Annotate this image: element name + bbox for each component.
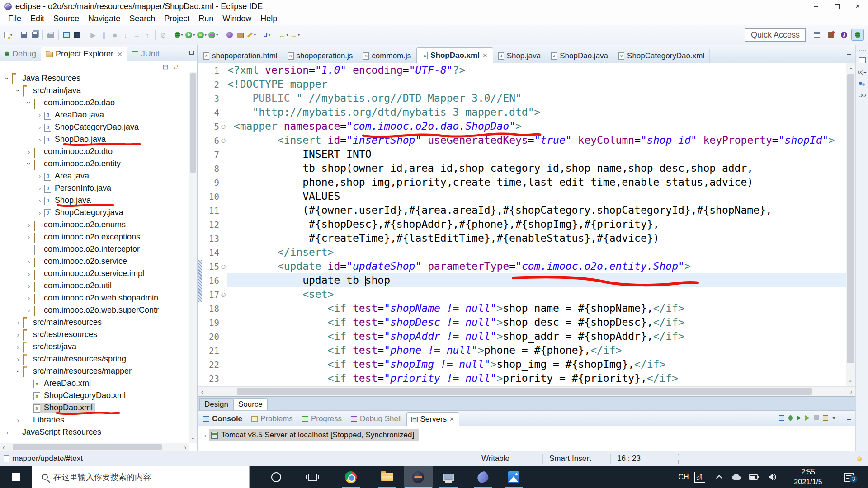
code-text[interactable]: <mapper namespace="com.imooc.o2o.dao.Sho…: [227, 119, 855, 133]
tree-item[interactable]: ›JPersonInfo.java: [0, 182, 189, 194]
code-text[interactable]: tb_shop(owner_id,area_id,shop_category_i…: [227, 161, 855, 175]
code-text[interactable]: <update id="updateShop" parameterType="c…: [227, 259, 855, 273]
start-server-profile-icon[interactable]: [805, 415, 810, 421]
code-text[interactable]: VALUES: [227, 189, 855, 203]
menu-run[interactable]: Run: [194, 14, 218, 24]
panel-maximize-button[interactable]: [189, 51, 194, 55]
tab-design[interactable]: Design: [199, 398, 233, 410]
tree-item[interactable]: ›JShop.java: [0, 194, 189, 206]
editor-scroll-right-icon[interactable]: ›: [848, 388, 855, 395]
tab-progress[interactable]: Progress: [297, 412, 346, 426]
fold-marker[interactable]: ⊖: [219, 291, 227, 298]
tree-item[interactable]: ›com.imooc.o2o.enums: [0, 219, 189, 231]
editor-maximize-button[interactable]: [847, 51, 851, 55]
maximize-button[interactable]: [826, 0, 847, 13]
step-over-button[interactable]: →: [131, 28, 142, 41]
tree-scroll-right-icon[interactable]: ›: [182, 444, 189, 451]
view-tab-junit[interactable]: JUnit: [127, 47, 164, 61]
tree-expanded-icon[interactable]: ›: [25, 160, 33, 168]
tree-item[interactable]: ›com.imooc.o2o.service.impl: [0, 267, 189, 280]
editor-scroll-down-icon[interactable]: ›: [847, 377, 854, 385]
tree-item[interactable]: ›src/main/resources/mapper: [0, 365, 189, 377]
editor-horizontal-scrollbar[interactable]: ‹ ›: [198, 386, 855, 396]
debug-button[interactable]: ▾: [174, 28, 184, 41]
code-text[interactable]: phone,shop_img,priority,create_time,last…: [227, 175, 855, 189]
code-text[interactable]: <set>: [227, 287, 855, 301]
onedrive-tray-button[interactable]: [729, 466, 744, 488]
new-java-element-button[interactable]: J▾: [262, 28, 273, 41]
close-icon[interactable]: ✕: [482, 52, 488, 59]
back-button[interactable]: ←▾: [278, 28, 289, 41]
tree-scroll-down-icon[interactable]: ›: [190, 435, 197, 442]
step-into-button[interactable]: ↓: [120, 28, 131, 41]
debug-perspective-button[interactable]: [851, 29, 864, 41]
editor-tab-shopcategorydao-xml[interactable]: xShopCategoryDao.xml: [613, 49, 710, 63]
code-text[interactable]: INSERT INTO: [227, 147, 855, 161]
profile-button[interactable]: ▾: [208, 28, 219, 41]
cortana-button[interactable]: [262, 466, 290, 488]
menu-navigate[interactable]: Navigate: [84, 14, 125, 24]
server-row-selection[interactable]: Tomcat v8.5 Server at localhost [Stopped…: [209, 429, 419, 441]
code-text[interactable]: "http://mybatis.org/dtd/mybatis-3-mapper…: [227, 105, 855, 119]
menu-window[interactable]: Window: [218, 14, 256, 24]
debug-server-icon[interactable]: [788, 415, 793, 421]
editor-tab-commom-js[interactable]: Scommom.js: [358, 49, 416, 63]
editor-tab-shopdao-xml[interactable]: xShopDao.xml✕: [416, 47, 493, 63]
action-center-button[interactable]: 3: [835, 466, 863, 488]
run-button[interactable]: ▾: [184, 28, 196, 41]
code-text[interactable]: <insert id="insertShop" useGeneratedKeys…: [227, 133, 855, 147]
tree-item[interactable]: ›com.imooc.o2o.service: [0, 255, 189, 267]
eclipse-taskbar-button[interactable]: [404, 466, 433, 488]
tree-collapsed-icon[interactable]: ›: [4, 428, 11, 436]
collapse-all-icon[interactable]: ⊟: [163, 63, 169, 71]
start-server-icon[interactable]: [797, 415, 801, 421]
tree-collapsed-icon[interactable]: ›: [25, 282, 33, 290]
tree-horizontal-scrollbar[interactable]: ‹ ›: [0, 443, 189, 451]
inspect-view-icon[interactable]: [858, 91, 867, 100]
publish-server-icon[interactable]: [823, 415, 828, 421]
fold-marker[interactable]: ⊖: [219, 263, 227, 270]
tree-item[interactable]: ›src/main/resources/spring: [0, 353, 189, 365]
tree-collapsed-icon[interactable]: ›: [25, 258, 33, 265]
tree-expanded-icon[interactable]: ›: [14, 368, 22, 375]
tree-scroll-left-icon[interactable]: ‹: [0, 444, 7, 451]
code-text[interactable]: <if test="shopAddr != null">shop_addr = …: [227, 329, 855, 343]
save-button[interactable]: [19, 28, 29, 41]
editor-scroll-left-icon[interactable]: ‹: [198, 388, 206, 395]
print-button[interactable]: [45, 28, 56, 41]
code-text[interactable]: update tb_shop: [227, 273, 855, 287]
tab-console[interactable]: Console: [198, 412, 247, 426]
code-text[interactable]: #{createTime},#{lastEditTime},#{enableSt…: [227, 231, 855, 245]
tab-debug-shell[interactable]: Debug Shell: [346, 412, 406, 426]
editor-scroll-up-icon[interactable]: ›: [847, 64, 854, 73]
tree-hscroll-thumb[interactable]: [13, 444, 162, 450]
editor-tab-shopoperation-html[interactable]: eshopoperation.html: [198, 49, 283, 63]
restore-view-icon[interactable]: [858, 56, 867, 65]
tree-collapsed-icon[interactable]: ›: [14, 416, 22, 424]
editor-tab-shopoperation-js[interactable]: Sshopoperation.js: [283, 49, 359, 63]
tree-collapsed-icon[interactable]: ›: [14, 355, 22, 363]
menu-search[interactable]: Search: [125, 14, 160, 24]
tree-item[interactable]: ›src/test/java: [0, 341, 189, 353]
tree-item[interactable]: com.imooc.o2o.interceptor: [0, 243, 189, 255]
close-button[interactable]: ×: [847, 0, 868, 13]
editor-vertical-scrollbar[interactable]: › ›: [846, 63, 855, 386]
tree-collapsed-icon[interactable]: ›: [14, 343, 22, 351]
mysql-workbench-button[interactable]: [469, 466, 497, 488]
chrome-button[interactable]: [337, 466, 365, 488]
tree-item[interactable]: ›Java Resources: [0, 72, 189, 84]
tree-collapsed-icon[interactable]: ›: [36, 184, 43, 192]
code-text[interactable]: <if test="shopDesc != null">shop_desc = …: [227, 315, 855, 329]
new-server-icon[interactable]: [779, 415, 784, 421]
editor-tab-shop-java[interactable]: JShop.java: [493, 49, 547, 63]
tree-collapsed-icon[interactable]: ›: [36, 123, 43, 131]
terminate-button[interactable]: ■: [109, 28, 120, 41]
tree-item[interactable]: ›JShopCategoryDao.java: [0, 121, 189, 133]
tree-item[interactable]: ›JShopDao.java: [0, 133, 189, 145]
coverage-button[interactable]: ▾: [196, 28, 208, 41]
tree-item[interactable]: ›JShopCategory.java: [0, 206, 189, 219]
tree-vscroll-thumb[interactable]: [190, 73, 196, 173]
workstation-app-button[interactable]: [434, 466, 462, 488]
editor-vscroll-thumb[interactable]: [847, 74, 854, 363]
menu-file[interactable]: File: [4, 14, 26, 24]
